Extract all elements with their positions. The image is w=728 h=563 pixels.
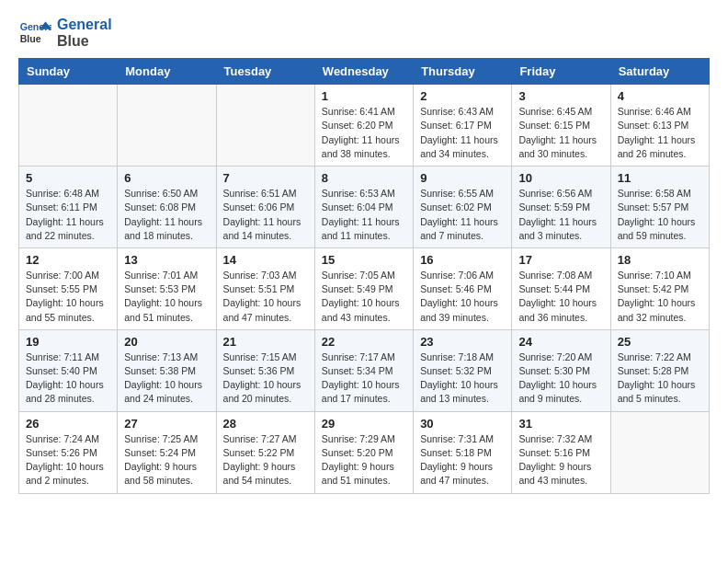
calendar-cell: 24Sunrise: 7:20 AM Sunset: 5:30 PM Dayli… [512,329,610,411]
calendar-cell: 26Sunrise: 7:24 AM Sunset: 5:26 PM Dayli… [19,411,118,493]
day-info: Sunrise: 7:17 AM Sunset: 5:34 PM Dayligh… [322,350,406,407]
day-info: Sunrise: 7:24 AM Sunset: 5:26 PM Dayligh… [26,432,110,488]
day-info: Sunrise: 7:32 AM Sunset: 5:16 PM Dayligh… [518,432,603,488]
calendar-cell: 21Sunrise: 7:15 AM Sunset: 5:36 PM Dayli… [216,329,314,411]
day-number: 24 [518,335,603,349]
day-number: 31 [518,417,603,431]
day-info: Sunrise: 6:50 AM Sunset: 6:08 PM Dayligh… [124,187,209,243]
day-info: Sunrise: 6:51 AM Sunset: 6:06 PM Dayligh… [223,187,308,243]
header: General Blue General Blue [18,15,710,49]
calendar-cell: 25Sunrise: 7:22 AM Sunset: 5:28 PM Dayli… [610,329,709,411]
day-number: 27 [124,417,209,431]
calendar-cell: 20Sunrise: 7:13 AM Sunset: 5:38 PM Dayli… [118,329,216,411]
calendar-cell: 17Sunrise: 7:08 AM Sunset: 5:44 PM Dayli… [512,247,610,329]
calendar-cell: 3Sunrise: 6:45 AM Sunset: 6:15 PM Daylig… [512,85,610,167]
day-info: Sunrise: 7:00 AM Sunset: 5:55 PM Dayligh… [26,269,110,325]
calendar-cell: 14Sunrise: 7:03 AM Sunset: 5:51 PM Dayli… [216,247,314,329]
day-info: Sunrise: 7:06 AM Sunset: 5:46 PM Dayligh… [420,269,505,325]
day-info: Sunrise: 7:29 AM Sunset: 5:20 PM Dayligh… [322,432,406,488]
day-number: 16 [420,253,505,267]
day-number: 7 [223,171,308,185]
calendar-cell: 10Sunrise: 6:56 AM Sunset: 5:59 PM Dayli… [512,167,610,248]
day-info: Sunrise: 7:13 AM Sunset: 5:38 PM Dayligh… [124,350,209,407]
calendar-cell: 6Sunrise: 6:50 AM Sunset: 6:08 PM Daylig… [118,167,216,248]
calendar-cell [610,411,709,493]
calendar-cell: 18Sunrise: 7:10 AM Sunset: 5:42 PM Dayli… [610,247,709,329]
calendar-cell: 16Sunrise: 7:06 AM Sunset: 5:46 PM Dayli… [414,247,512,329]
calendar-cell: 23Sunrise: 7:18 AM Sunset: 5:32 PM Dayli… [414,329,512,411]
calendar-cell: 15Sunrise: 7:05 AM Sunset: 5:49 PM Dayli… [314,247,413,329]
calendar-header-row: SundayMondayTuesdayWednesdayThursdayFrid… [19,59,710,85]
day-number: 26 [26,417,110,431]
calendar-cell: 11Sunrise: 6:58 AM Sunset: 5:57 PM Dayli… [610,167,709,248]
page: General Blue General Blue SundayMondayTu… [0,0,728,509]
calendar-cell: 4Sunrise: 6:46 AM Sunset: 6:13 PM Daylig… [610,85,709,167]
day-number: 28 [223,417,308,431]
day-number: 15 [322,253,406,267]
day-number: 10 [518,171,603,185]
day-info: Sunrise: 7:18 AM Sunset: 5:32 PM Dayligh… [420,350,505,407]
weekday-header: Monday [118,59,216,85]
day-number: 17 [518,253,603,267]
day-number: 12 [26,253,110,267]
calendar-cell: 27Sunrise: 7:25 AM Sunset: 5:24 PM Dayli… [118,411,216,493]
day-number: 18 [618,253,702,267]
calendar-cell: 8Sunrise: 6:53 AM Sunset: 6:04 PM Daylig… [314,167,413,248]
day-number: 2 [420,89,505,103]
day-number: 25 [618,335,702,349]
day-info: Sunrise: 7:20 AM Sunset: 5:30 PM Dayligh… [518,350,603,407]
logo: General Blue General Blue [18,15,112,49]
calendar-cell: 31Sunrise: 7:32 AM Sunset: 5:16 PM Dayli… [512,411,610,493]
weekday-header: Wednesday [314,59,413,85]
calendar-cell [19,85,118,167]
day-number: 20 [124,335,209,349]
calendar-cell [118,85,216,167]
day-number: 5 [26,171,110,185]
logo-general: General [57,17,112,33]
day-number: 29 [322,417,406,431]
day-number: 6 [124,171,209,185]
day-number: 8 [322,171,406,185]
day-info: Sunrise: 7:08 AM Sunset: 5:44 PM Dayligh… [518,269,603,325]
day-info: Sunrise: 6:46 AM Sunset: 6:13 PM Dayligh… [618,105,702,161]
calendar-cell: 19Sunrise: 7:11 AM Sunset: 5:40 PM Dayli… [19,329,118,411]
day-info: Sunrise: 7:10 AM Sunset: 5:42 PM Dayligh… [618,269,702,325]
day-number: 21 [223,335,308,349]
day-number: 14 [223,253,308,267]
weekday-header: Thursday [414,59,512,85]
day-info: Sunrise: 6:45 AM Sunset: 6:15 PM Dayligh… [518,105,603,161]
calendar-week-row: 26Sunrise: 7:24 AM Sunset: 5:26 PM Dayli… [19,411,710,493]
weekday-header: Saturday [610,59,709,85]
calendar-cell: 13Sunrise: 7:01 AM Sunset: 5:53 PM Dayli… [118,247,216,329]
day-info: Sunrise: 7:05 AM Sunset: 5:49 PM Dayligh… [322,269,406,325]
calendar-cell: 9Sunrise: 6:55 AM Sunset: 6:02 PM Daylig… [414,167,512,248]
calendar-week-row: 5Sunrise: 6:48 AM Sunset: 6:11 PM Daylig… [19,167,710,248]
day-info: Sunrise: 7:03 AM Sunset: 5:51 PM Dayligh… [223,269,308,325]
day-number: 23 [420,335,505,349]
calendar-cell: 28Sunrise: 7:27 AM Sunset: 5:22 PM Dayli… [216,411,314,493]
weekday-header: Tuesday [216,59,314,85]
calendar-cell: 1Sunrise: 6:41 AM Sunset: 6:20 PM Daylig… [314,85,413,167]
calendar-table: SundayMondayTuesdayWednesdayThursdayFrid… [18,58,710,493]
day-info: Sunrise: 7:11 AM Sunset: 5:40 PM Dayligh… [26,350,110,407]
weekday-header: Friday [512,59,610,85]
calendar-cell: 12Sunrise: 7:00 AM Sunset: 5:55 PM Dayli… [19,247,118,329]
day-number: 1 [322,89,406,103]
day-number: 3 [518,89,603,103]
day-info: Sunrise: 7:25 AM Sunset: 5:24 PM Dayligh… [124,432,209,488]
svg-text:Blue: Blue [20,33,41,44]
day-info: Sunrise: 6:55 AM Sunset: 6:02 PM Dayligh… [420,187,505,243]
day-number: 11 [618,171,702,185]
day-info: Sunrise: 6:41 AM Sunset: 6:20 PM Dayligh… [322,105,406,161]
calendar-cell: 5Sunrise: 6:48 AM Sunset: 6:11 PM Daylig… [19,167,118,248]
day-info: Sunrise: 7:15 AM Sunset: 5:36 PM Dayligh… [223,350,308,407]
day-info: Sunrise: 6:56 AM Sunset: 5:59 PM Dayligh… [518,187,603,243]
logo-icon: General Blue [18,16,51,49]
day-number: 19 [26,335,110,349]
day-number: 22 [322,335,406,349]
calendar-week-row: 1Sunrise: 6:41 AM Sunset: 6:20 PM Daylig… [19,85,710,167]
calendar-cell: 2Sunrise: 6:43 AM Sunset: 6:17 PM Daylig… [414,85,512,167]
calendar-cell [216,85,314,167]
calendar-cell: 22Sunrise: 7:17 AM Sunset: 5:34 PM Dayli… [314,329,413,411]
logo-blue: Blue [57,33,112,50]
